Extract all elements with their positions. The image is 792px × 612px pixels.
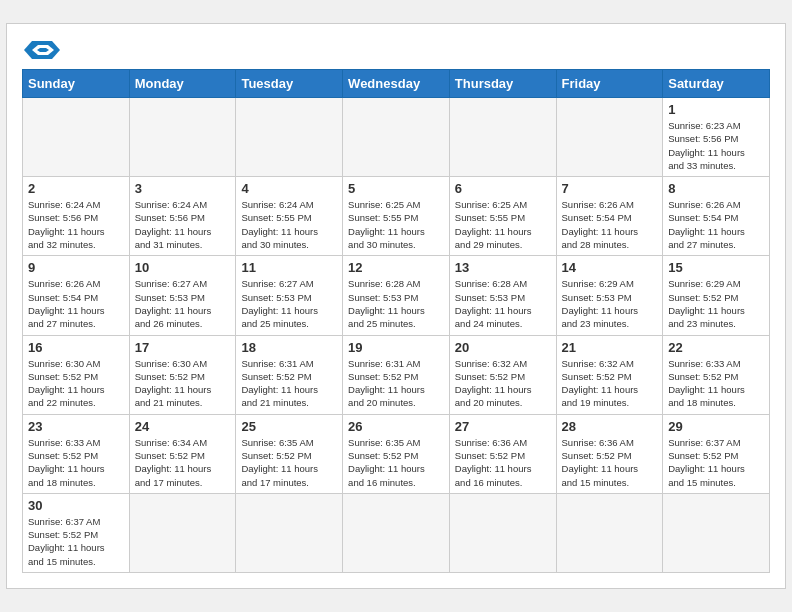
day-info: Sunrise: 6:26 AM Sunset: 5:54 PM Dayligh… xyxy=(668,198,764,251)
day-number: 22 xyxy=(668,340,764,355)
calendar-cell xyxy=(23,97,130,176)
calendar-cell: 9Sunrise: 6:26 AM Sunset: 5:54 PM Daylig… xyxy=(23,256,130,335)
calendar-cell: 8Sunrise: 6:26 AM Sunset: 5:54 PM Daylig… xyxy=(663,177,770,256)
calendar-cell: 21Sunrise: 6:32 AM Sunset: 5:52 PM Dayli… xyxy=(556,335,663,414)
logo-icon xyxy=(24,39,60,61)
calendar-cell: 23Sunrise: 6:33 AM Sunset: 5:52 PM Dayli… xyxy=(23,414,130,493)
day-number: 18 xyxy=(241,340,337,355)
calendar-cell xyxy=(556,97,663,176)
day-number: 19 xyxy=(348,340,444,355)
day-info: Sunrise: 6:35 AM Sunset: 5:52 PM Dayligh… xyxy=(241,436,337,489)
calendar-cell: 4Sunrise: 6:24 AM Sunset: 5:55 PM Daylig… xyxy=(236,177,343,256)
day-info: Sunrise: 6:30 AM Sunset: 5:52 PM Dayligh… xyxy=(135,357,231,410)
day-info: Sunrise: 6:23 AM Sunset: 5:56 PM Dayligh… xyxy=(668,119,764,172)
calendar-cell xyxy=(663,493,770,572)
calendar-cell: 20Sunrise: 6:32 AM Sunset: 5:52 PM Dayli… xyxy=(449,335,556,414)
week-row-3: 16Sunrise: 6:30 AM Sunset: 5:52 PM Dayli… xyxy=(23,335,770,414)
day-info: Sunrise: 6:27 AM Sunset: 5:53 PM Dayligh… xyxy=(135,277,231,330)
day-header-saturday: Saturday xyxy=(663,69,770,97)
day-info: Sunrise: 6:24 AM Sunset: 5:56 PM Dayligh… xyxy=(135,198,231,251)
day-header-wednesday: Wednesday xyxy=(343,69,450,97)
day-info: Sunrise: 6:36 AM Sunset: 5:52 PM Dayligh… xyxy=(562,436,658,489)
day-number: 17 xyxy=(135,340,231,355)
calendar-cell: 28Sunrise: 6:36 AM Sunset: 5:52 PM Dayli… xyxy=(556,414,663,493)
day-info: Sunrise: 6:25 AM Sunset: 5:55 PM Dayligh… xyxy=(455,198,551,251)
week-row-1: 2Sunrise: 6:24 AM Sunset: 5:56 PM Daylig… xyxy=(23,177,770,256)
calendar-cell: 13Sunrise: 6:28 AM Sunset: 5:53 PM Dayli… xyxy=(449,256,556,335)
day-info: Sunrise: 6:30 AM Sunset: 5:52 PM Dayligh… xyxy=(28,357,124,410)
day-header-friday: Friday xyxy=(556,69,663,97)
week-row-4: 23Sunrise: 6:33 AM Sunset: 5:52 PM Dayli… xyxy=(23,414,770,493)
calendar-cell: 5Sunrise: 6:25 AM Sunset: 5:55 PM Daylig… xyxy=(343,177,450,256)
day-number: 8 xyxy=(668,181,764,196)
calendar-cell xyxy=(343,97,450,176)
day-number: 29 xyxy=(668,419,764,434)
day-info: Sunrise: 6:33 AM Sunset: 5:52 PM Dayligh… xyxy=(28,436,124,489)
calendar-cell: 14Sunrise: 6:29 AM Sunset: 5:53 PM Dayli… xyxy=(556,256,663,335)
calendar-cell xyxy=(449,97,556,176)
week-row-5: 30Sunrise: 6:37 AM Sunset: 5:52 PM Dayli… xyxy=(23,493,770,572)
calendar-cell: 27Sunrise: 6:36 AM Sunset: 5:52 PM Dayli… xyxy=(449,414,556,493)
day-info: Sunrise: 6:29 AM Sunset: 5:52 PM Dayligh… xyxy=(668,277,764,330)
week-row-2: 9Sunrise: 6:26 AM Sunset: 5:54 PM Daylig… xyxy=(23,256,770,335)
day-header-thursday: Thursday xyxy=(449,69,556,97)
day-info: Sunrise: 6:28 AM Sunset: 5:53 PM Dayligh… xyxy=(348,277,444,330)
calendar-cell: 19Sunrise: 6:31 AM Sunset: 5:52 PM Dayli… xyxy=(343,335,450,414)
day-info: Sunrise: 6:31 AM Sunset: 5:52 PM Dayligh… xyxy=(348,357,444,410)
calendar-cell: 12Sunrise: 6:28 AM Sunset: 5:53 PM Dayli… xyxy=(343,256,450,335)
week-row-0: 1Sunrise: 6:23 AM Sunset: 5:56 PM Daylig… xyxy=(23,97,770,176)
calendar-cell: 22Sunrise: 6:33 AM Sunset: 5:52 PM Dayli… xyxy=(663,335,770,414)
day-number: 16 xyxy=(28,340,124,355)
calendar-grid: SundayMondayTuesdayWednesdayThursdayFrid… xyxy=(22,69,770,573)
day-info: Sunrise: 6:34 AM Sunset: 5:52 PM Dayligh… xyxy=(135,436,231,489)
day-info: Sunrise: 6:24 AM Sunset: 5:56 PM Dayligh… xyxy=(28,198,124,251)
calendar-cell: 29Sunrise: 6:37 AM Sunset: 5:52 PM Dayli… xyxy=(663,414,770,493)
calendar-cell xyxy=(449,493,556,572)
day-number: 1 xyxy=(668,102,764,117)
day-info: Sunrise: 6:31 AM Sunset: 5:52 PM Dayligh… xyxy=(241,357,337,410)
day-number: 6 xyxy=(455,181,551,196)
day-info: Sunrise: 6:25 AM Sunset: 5:55 PM Dayligh… xyxy=(348,198,444,251)
day-info: Sunrise: 6:26 AM Sunset: 5:54 PM Dayligh… xyxy=(562,198,658,251)
day-info: Sunrise: 6:28 AM Sunset: 5:53 PM Dayligh… xyxy=(455,277,551,330)
day-number: 3 xyxy=(135,181,231,196)
calendar-cell xyxy=(236,97,343,176)
day-info: Sunrise: 6:27 AM Sunset: 5:53 PM Dayligh… xyxy=(241,277,337,330)
calendar-cell xyxy=(129,493,236,572)
calendar-cell: 26Sunrise: 6:35 AM Sunset: 5:52 PM Dayli… xyxy=(343,414,450,493)
day-info: Sunrise: 6:37 AM Sunset: 5:52 PM Dayligh… xyxy=(28,515,124,568)
calendar-cell: 6Sunrise: 6:25 AM Sunset: 5:55 PM Daylig… xyxy=(449,177,556,256)
day-header-sunday: Sunday xyxy=(23,69,130,97)
day-number: 9 xyxy=(28,260,124,275)
calendar-cell: 10Sunrise: 6:27 AM Sunset: 5:53 PM Dayli… xyxy=(129,256,236,335)
calendar-cell: 24Sunrise: 6:34 AM Sunset: 5:52 PM Dayli… xyxy=(129,414,236,493)
day-info: Sunrise: 6:36 AM Sunset: 5:52 PM Dayligh… xyxy=(455,436,551,489)
day-number: 2 xyxy=(28,181,124,196)
day-number: 28 xyxy=(562,419,658,434)
calendar-cell: 18Sunrise: 6:31 AM Sunset: 5:52 PM Dayli… xyxy=(236,335,343,414)
calendar-cell: 1Sunrise: 6:23 AM Sunset: 5:56 PM Daylig… xyxy=(663,97,770,176)
day-number: 24 xyxy=(135,419,231,434)
day-header-monday: Monday xyxy=(129,69,236,97)
calendar-cell xyxy=(343,493,450,572)
day-number: 15 xyxy=(668,260,764,275)
day-info: Sunrise: 6:33 AM Sunset: 5:52 PM Dayligh… xyxy=(668,357,764,410)
day-info: Sunrise: 6:35 AM Sunset: 5:52 PM Dayligh… xyxy=(348,436,444,489)
day-number: 14 xyxy=(562,260,658,275)
day-header-tuesday: Tuesday xyxy=(236,69,343,97)
day-info: Sunrise: 6:32 AM Sunset: 5:52 PM Dayligh… xyxy=(455,357,551,410)
calendar-cell: 25Sunrise: 6:35 AM Sunset: 5:52 PM Dayli… xyxy=(236,414,343,493)
day-number: 20 xyxy=(455,340,551,355)
day-headers-row: SundayMondayTuesdayWednesdayThursdayFrid… xyxy=(23,69,770,97)
day-number: 7 xyxy=(562,181,658,196)
calendar-cell: 11Sunrise: 6:27 AM Sunset: 5:53 PM Dayli… xyxy=(236,256,343,335)
day-number: 11 xyxy=(241,260,337,275)
logo-area xyxy=(22,34,60,61)
calendar-cell: 7Sunrise: 6:26 AM Sunset: 5:54 PM Daylig… xyxy=(556,177,663,256)
day-info: Sunrise: 6:29 AM Sunset: 5:53 PM Dayligh… xyxy=(562,277,658,330)
calendar-cell: 3Sunrise: 6:24 AM Sunset: 5:56 PM Daylig… xyxy=(129,177,236,256)
day-number: 4 xyxy=(241,181,337,196)
day-info: Sunrise: 6:24 AM Sunset: 5:55 PM Dayligh… xyxy=(241,198,337,251)
day-number: 30 xyxy=(28,498,124,513)
day-info: Sunrise: 6:32 AM Sunset: 5:52 PM Dayligh… xyxy=(562,357,658,410)
